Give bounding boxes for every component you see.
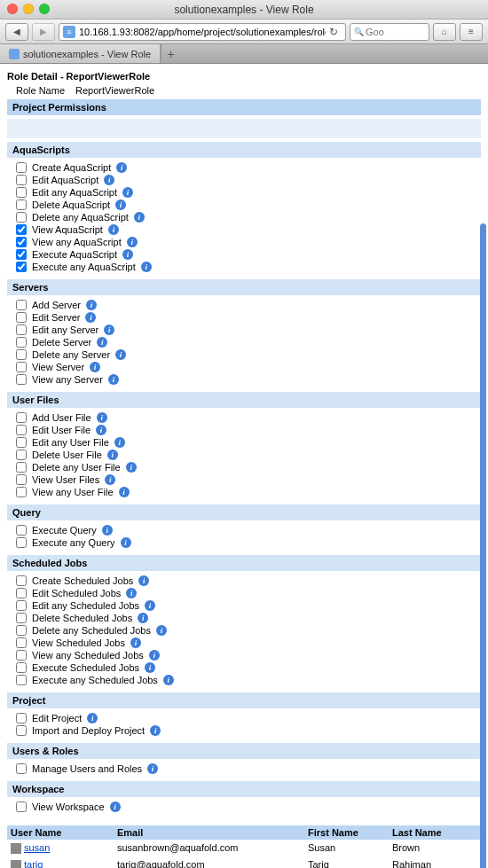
user-link[interactable]: susan — [24, 842, 50, 853]
search-input[interactable] — [366, 27, 425, 37]
reload-button[interactable]: ↻ — [326, 24, 342, 40]
perm-checkbox[interactable] — [16, 588, 27, 598]
browser-tab[interactable]: solutionexamples - View Role — [0, 44, 161, 63]
perm-checkbox[interactable] — [16, 637, 27, 648]
perm-checkbox[interactable] — [16, 237, 27, 247]
info-icon[interactable]: i — [141, 262, 152, 272]
info-icon[interactable]: i — [104, 175, 114, 185]
perm-checkbox[interactable] — [16, 662, 27, 673]
perm-label: Execute Scheduled Jobs — [32, 662, 139, 673]
url-input[interactable] — [79, 27, 326, 37]
info-icon[interactable]: i — [121, 537, 131, 548]
info-icon[interactable]: i — [102, 525, 113, 536]
perm-checkbox[interactable] — [16, 337, 27, 348]
perm-checkbox[interactable] — [16, 474, 27, 485]
perm-checkbox[interactable] — [16, 249, 27, 260]
info-icon[interactable]: i — [96, 425, 106, 435]
info-icon[interactable]: i — [119, 487, 130, 497]
forward-button[interactable]: ▶ — [32, 23, 55, 41]
perm-checkbox[interactable] — [16, 162, 27, 173]
info-icon[interactable]: i — [116, 162, 127, 173]
info-icon[interactable]: i — [122, 187, 133, 198]
perm-checkbox[interactable] — [16, 224, 27, 235]
info-icon[interactable]: i — [87, 713, 98, 723]
scrollbar-thumb[interactable] — [480, 223, 486, 868]
url-bar[interactable]: ≡ ↻ — [59, 23, 346, 41]
perm-checkbox[interactable] — [16, 262, 27, 272]
perm-label: Create AquaScript — [32, 162, 111, 173]
info-icon[interactable]: i — [130, 637, 141, 648]
perm-checkbox[interactable] — [16, 374, 27, 385]
info-icon[interactable]: i — [138, 613, 148, 623]
info-icon[interactable]: i — [97, 337, 107, 348]
perm-checkbox[interactable] — [16, 312, 27, 323]
search-box[interactable]: 🔍 — [350, 23, 429, 41]
info-icon[interactable]: i — [104, 325, 114, 335]
perm-checkbox[interactable] — [16, 349, 27, 360]
perm-checkbox[interactable] — [16, 175, 27, 185]
info-icon[interactable]: i — [145, 600, 155, 611]
perm-checkbox[interactable] — [16, 525, 27, 536]
perm-checkbox[interactable] — [16, 450, 27, 460]
user-link[interactable]: tariq — [24, 859, 43, 868]
perm-checkbox[interactable] — [16, 199, 27, 210]
info-icon[interactable]: i — [149, 650, 160, 661]
info-icon[interactable]: i — [115, 199, 126, 210]
info-icon[interactable]: i — [156, 625, 167, 636]
perm-checkbox[interactable] — [16, 625, 27, 636]
perm-row: View any User Filei — [16, 486, 481, 498]
perm-checkbox[interactable] — [16, 613, 27, 623]
menu-button[interactable]: ≡ — [460, 23, 483, 41]
back-button[interactable]: ◀ — [5, 23, 28, 41]
perm-checkbox[interactable] — [16, 462, 27, 473]
info-icon[interactable]: i — [105, 474, 115, 485]
perm-checkbox[interactable] — [16, 713, 27, 723]
info-icon[interactable]: i — [110, 802, 121, 812]
info-icon[interactable]: i — [138, 575, 149, 586]
new-tab-button[interactable]: + — [161, 44, 180, 63]
perm-checkbox[interactable] — [16, 425, 27, 435]
info-icon[interactable]: i — [134, 212, 145, 223]
info-icon[interactable]: i — [126, 588, 137, 598]
info-icon[interactable]: i — [108, 374, 119, 385]
user-row: susansusanbrown@aquafold.comSusanBrown — [7, 840, 481, 856]
info-icon[interactable]: i — [126, 462, 137, 473]
perm-checkbox[interactable] — [16, 362, 27, 372]
perm-checkbox[interactable] — [16, 725, 27, 736]
perm-checkbox[interactable] — [16, 300, 27, 310]
info-icon[interactable]: i — [86, 300, 97, 310]
perm-checkbox[interactable] — [16, 187, 27, 198]
info-icon[interactable]: i — [163, 675, 174, 685]
zoom-window-button[interactable] — [39, 4, 50, 14]
minimize-window-button[interactable] — [23, 4, 34, 14]
perm-row: Execute any Scheduled Jobsi — [16, 674, 481, 686]
perm-checkbox[interactable] — [16, 675, 27, 685]
info-icon[interactable]: i — [127, 237, 138, 247]
info-icon[interactable]: i — [107, 450, 118, 460]
info-icon[interactable]: i — [85, 312, 96, 323]
perm-checkbox[interactable] — [16, 763, 27, 774]
window-title: solutionexamples - View Role — [174, 4, 313, 16]
perm-checkbox[interactable] — [16, 537, 27, 548]
info-icon[interactable]: i — [150, 725, 161, 736]
project-permissions-header: Project Permissions — [7, 99, 481, 115]
perm-checkbox[interactable] — [16, 412, 27, 423]
perm-checkbox[interactable] — [16, 650, 27, 661]
home-button[interactable]: ⌂ — [433, 23, 456, 41]
perm-checkbox[interactable] — [16, 212, 27, 223]
info-icon[interactable]: i — [108, 224, 119, 235]
info-icon[interactable]: i — [145, 662, 155, 673]
perm-checkbox[interactable] — [16, 437, 27, 448]
info-icon[interactable]: i — [97, 412, 107, 423]
info-icon[interactable]: i — [147, 763, 158, 774]
perm-checkbox[interactable] — [16, 802, 27, 812]
perm-checkbox[interactable] — [16, 600, 27, 611]
info-icon[interactable]: i — [115, 349, 126, 360]
info-icon[interactable]: i — [122, 249, 133, 260]
info-icon[interactable]: i — [114, 437, 125, 448]
info-icon[interactable]: i — [90, 362, 100, 372]
perm-checkbox[interactable] — [16, 575, 27, 586]
perm-checkbox[interactable] — [16, 325, 27, 335]
close-window-button[interactable] — [7, 4, 18, 14]
perm-checkbox[interactable] — [16, 487, 27, 497]
